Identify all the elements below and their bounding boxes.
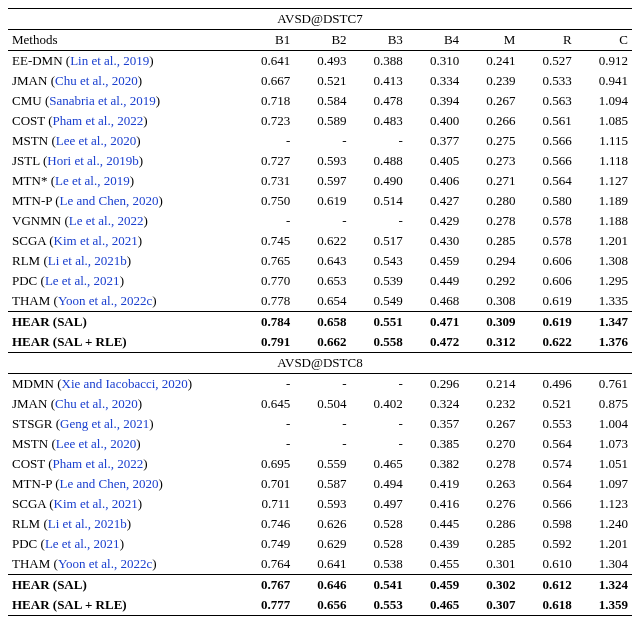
citation-link[interactable]: Yoon et al., 2022c bbox=[58, 556, 152, 571]
table-row: HEAR (SAL)0.7670.6460.5410.4590.3020.612… bbox=[8, 575, 632, 596]
citation-link[interactable]: Kim et al., 2021 bbox=[54, 496, 138, 511]
method-name: HEAR (SAL + RLE) bbox=[8, 595, 238, 616]
col-header-metric: M bbox=[463, 30, 519, 51]
method-name: STSGR (Geng et al., 2021) bbox=[8, 414, 238, 434]
col-header-metric: B4 bbox=[407, 30, 463, 51]
method-name: THAM (Yoon et al., 2022c) bbox=[8, 554, 238, 575]
method-name: PDC (Le et al., 2021) bbox=[8, 271, 238, 291]
method-name: MSTN (Lee et al., 2020) bbox=[8, 434, 238, 454]
method-name: RLM (Li et al., 2021b) bbox=[8, 514, 238, 534]
table-row: THAM (Yoon et al., 2022c)0.7640.6410.538… bbox=[8, 554, 632, 575]
citation-link[interactable]: Le et al., 2019 bbox=[55, 173, 130, 188]
citation-link[interactable]: Hori et al., 2019b bbox=[47, 153, 138, 168]
table-row: MTN* (Le et al., 2019)0.7310.5970.4900.4… bbox=[8, 171, 632, 191]
table-row: SCGA (Kim et al., 2021)0.7110.5930.4970.… bbox=[8, 494, 632, 514]
table-row: MTN-P (Le and Chen, 2020)0.7010.5870.494… bbox=[8, 474, 632, 494]
table-row: COST (Pham et al., 2022)0.7230.5890.4830… bbox=[8, 111, 632, 131]
method-name: CMU (Sanabria et al., 2019) bbox=[8, 91, 238, 111]
citation-link[interactable]: Yoon et al., 2022c bbox=[58, 293, 152, 308]
method-name: COST (Pham et al., 2022) bbox=[8, 454, 238, 474]
citation-link[interactable]: Le et al., 2022 bbox=[69, 213, 144, 228]
method-name: MSTN (Lee et al., 2020) bbox=[8, 131, 238, 151]
table-row: MSTN (Lee et al., 2020)---0.3770.2750.56… bbox=[8, 131, 632, 151]
citation-link[interactable]: Pham et al., 2022 bbox=[53, 113, 144, 128]
citation-link[interactable]: Lee et al., 2020 bbox=[56, 133, 137, 148]
table-row: STSGR (Geng et al., 2021)---0.3570.2670.… bbox=[8, 414, 632, 434]
table-row: CMU (Sanabria et al., 2019)0.7180.5840.4… bbox=[8, 91, 632, 111]
method-name: MTN-P (Le and Chen, 2020) bbox=[8, 474, 238, 494]
method-name: VGNMN (Le et al., 2022) bbox=[8, 211, 238, 231]
table-row: HEAR (SAL + RLE)0.7910.6620.5580.4720.31… bbox=[8, 332, 632, 353]
method-name: HEAR (SAL) bbox=[8, 575, 238, 596]
method-name: JMAN (Chu et al., 2020) bbox=[8, 71, 238, 91]
table-row: EE-DMN (Lin et al., 2019)0.6410.4930.388… bbox=[8, 51, 632, 72]
col-header-metric: B2 bbox=[294, 30, 350, 51]
table-row: THAM (Yoon et al., 2022c)0.7780.6540.549… bbox=[8, 291, 632, 312]
citation-link[interactable]: Chu et al., 2020 bbox=[55, 396, 138, 411]
method-name: MTN* (Le et al., 2019) bbox=[8, 171, 238, 191]
section-title: AVSD@DSTC8 bbox=[8, 353, 632, 374]
method-name: HEAR (SAL + RLE) bbox=[8, 332, 238, 353]
table-row: PDC (Le et al., 2021)0.7490.6290.5280.43… bbox=[8, 534, 632, 554]
citation-link[interactable]: Le et al., 2021 bbox=[45, 273, 120, 288]
method-name: JSTL (Hori et al., 2019b) bbox=[8, 151, 238, 171]
method-name: THAM (Yoon et al., 2022c) bbox=[8, 291, 238, 312]
method-name: SCGA (Kim et al., 2021) bbox=[8, 231, 238, 251]
table-row: HEAR (SAL)0.7840.6580.5510.4710.3090.619… bbox=[8, 312, 632, 333]
citation-link[interactable]: Li et al., 2021b bbox=[48, 253, 127, 268]
citation-link[interactable]: Le and Chen, 2020 bbox=[60, 476, 159, 491]
col-header-methods: Methods bbox=[8, 30, 238, 51]
method-name: RLM (Li et al., 2021b) bbox=[8, 251, 238, 271]
table-row: HEAR (SAL + RLE)0.7770.6560.5530.4650.30… bbox=[8, 595, 632, 616]
method-name: COST (Pham et al., 2022) bbox=[8, 111, 238, 131]
col-header-metric: C bbox=[576, 30, 632, 51]
col-header-metric: B3 bbox=[351, 30, 407, 51]
table-row: COST (Pham et al., 2022)0.6950.5590.4650… bbox=[8, 454, 632, 474]
method-name: MTN-P (Le and Chen, 2020) bbox=[8, 191, 238, 211]
table-row: JMAN (Chu et al., 2020)0.6450.5040.4020.… bbox=[8, 394, 632, 414]
method-name: SCGA (Kim et al., 2021) bbox=[8, 494, 238, 514]
citation-link[interactable]: Li et al., 2021b bbox=[48, 516, 127, 531]
method-name: MDMN (Xie and Iacobacci, 2020) bbox=[8, 374, 238, 395]
table-row: SCGA (Kim et al., 2021)0.7450.6220.5170.… bbox=[8, 231, 632, 251]
citation-link[interactable]: Chu et al., 2020 bbox=[55, 73, 138, 88]
citation-link[interactable]: Geng et al., 2021 bbox=[60, 416, 149, 431]
table-row: JMAN (Chu et al., 2020)0.6670.5210.4130.… bbox=[8, 71, 632, 91]
table-row: VGNMN (Le et al., 2022)---0.4290.2780.57… bbox=[8, 211, 632, 231]
citation-link[interactable]: Pham et al., 2022 bbox=[53, 456, 144, 471]
table-row: MSTN (Lee et al., 2020)---0.3850.2700.56… bbox=[8, 434, 632, 454]
table-row: PDC (Le et al., 2021)0.7700.6530.5390.44… bbox=[8, 271, 632, 291]
citation-link[interactable]: Le et al., 2021 bbox=[45, 536, 120, 551]
table-row: MTN-P (Le and Chen, 2020)0.7500.6190.514… bbox=[8, 191, 632, 211]
col-header-metric: R bbox=[519, 30, 575, 51]
table-row: JSTL (Hori et al., 2019b)0.7270.5930.488… bbox=[8, 151, 632, 171]
section-title: AVSD@DSTC7 bbox=[8, 9, 632, 30]
method-name: JMAN (Chu et al., 2020) bbox=[8, 394, 238, 414]
method-name: PDC (Le et al., 2021) bbox=[8, 534, 238, 554]
table-row: MDMN (Xie and Iacobacci, 2020)---0.2960.… bbox=[8, 374, 632, 395]
citation-link[interactable]: Le and Chen, 2020 bbox=[60, 193, 159, 208]
results-table: AVSD@DSTC7MethodsB1B2B3B4MRCEE-DMN (Lin … bbox=[8, 8, 632, 616]
citation-link[interactable]: Xie and Iacobacci, 2020 bbox=[62, 376, 188, 391]
col-header-metric: B1 bbox=[238, 30, 294, 51]
citation-link[interactable]: Lee et al., 2020 bbox=[56, 436, 137, 451]
citation-link[interactable]: Kim et al., 2021 bbox=[54, 233, 138, 248]
method-name: HEAR (SAL) bbox=[8, 312, 238, 333]
method-name: EE-DMN (Lin et al., 2019) bbox=[8, 51, 238, 72]
table-row: RLM (Li et al., 2021b)0.7650.6430.5430.4… bbox=[8, 251, 632, 271]
citation-link[interactable]: Sanabria et al., 2019 bbox=[49, 93, 156, 108]
citation-link[interactable]: Lin et al., 2019 bbox=[70, 53, 149, 68]
table-row: RLM (Li et al., 2021b)0.7460.6260.5280.4… bbox=[8, 514, 632, 534]
